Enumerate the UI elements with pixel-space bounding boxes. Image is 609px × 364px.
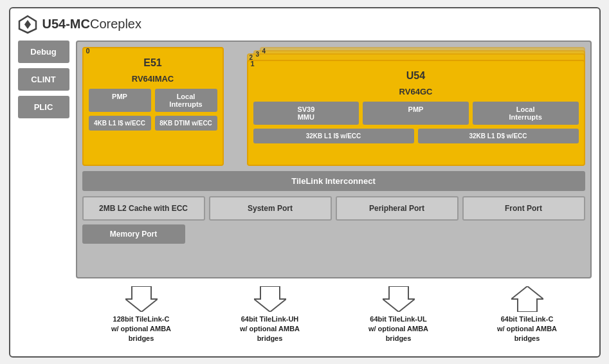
- board: 0 E51 RV64IMAC PMP Local Interrupts 4KB …: [76, 41, 592, 278]
- arrow-up-4: [511, 286, 543, 312]
- tilelink-bar: TileLink Interconnect: [82, 171, 585, 191]
- u54-bottom-row: 32KB L1 I$ w/ECC 32KB L1 D$ w/ECC: [253, 129, 579, 143]
- e51-top-row: PMP Local Interrupts: [89, 89, 217, 112]
- arrow-col-1: 128bit TileLink-C w/ optional AMBA bridg…: [77, 286, 206, 344]
- e51-l1i: 4KB L1 I$ w/ECC: [89, 116, 151, 131]
- e51-pmp: PMP: [89, 89, 151, 112]
- system-port-box: System Port: [209, 196, 332, 221]
- stack-num-3: 3: [256, 51, 260, 58]
- svg-marker-3: [383, 286, 415, 312]
- ports-row: 2MB L2 Cache with ECC System Port Periph…: [82, 196, 585, 221]
- memory-port-row: Memory Port: [82, 224, 585, 244]
- l2-cache-box: 2MB L2 Cache with ECC: [82, 196, 205, 221]
- e51-num: 0: [86, 47, 90, 55]
- header-title: U54-MCCoreplex: [42, 17, 142, 32]
- arrow-down-3: [383, 286, 415, 312]
- e51-local-interrupts: Local Interrupts: [155, 89, 217, 112]
- sidebar-item-clint: CLINT: [18, 68, 69, 91]
- e51-bottom-row: 4KB L1 I$ w/ECC 8KB DTIM w/ECC: [89, 116, 217, 131]
- u54-top-row: SV39 MMU PMP Local Interrupts: [253, 102, 579, 125]
- arrow-col-4: 64bit TileLink-C w/ optional AMBA bridge…: [463, 286, 592, 344]
- logo-icon: [18, 15, 37, 34]
- svg-marker-4: [511, 286, 543, 312]
- u54-l1d: 32KB L1 D$ w/ECC: [418, 129, 579, 143]
- svg-marker-1: [125, 286, 158, 312]
- u54-l1i: 32KB L1 I$ w/ECC: [253, 129, 414, 143]
- sidebar: Debug CLINT PLIC: [18, 41, 69, 278]
- memory-port-box: Memory Port: [82, 224, 185, 244]
- peripheral-port-box: Peripheral Port: [336, 196, 459, 221]
- arrow-label-4: 64bit TileLink-C w/ optional AMBA bridge…: [497, 314, 557, 344]
- arrow-col-2: 64bit TileLink-UH w/ optional AMBA bridg…: [206, 286, 334, 344]
- e51-subtitle: RV64IMAC: [89, 74, 217, 84]
- arrow-down-2: [254, 286, 286, 312]
- svg-marker-2: [254, 286, 286, 312]
- arrow-down-1: [125, 286, 158, 312]
- u54-local-interrupts: Local Interrupts: [473, 102, 579, 125]
- cores-row: 0 E51 RV64IMAC PMP Local Interrupts 4KB …: [82, 47, 585, 166]
- sidebar-item-debug: Debug: [18, 41, 69, 63]
- arrow-label-2: 64bit TileLink-UH w/ optional AMBA bridg…: [240, 314, 300, 344]
- arrow-col-3: 64bit TileLink-UL w/ optional AMBA bridg…: [334, 286, 463, 344]
- sidebar-item-plic: PLIC: [18, 96, 69, 118]
- u54-stack: 4 3 2 1 U54 RV64GC SV39 MMU PMP Local In…: [234, 47, 585, 166]
- arrow-label-1: 128bit TileLink-C w/ optional AMBA bridg…: [111, 314, 171, 344]
- e51-title: E51: [89, 57, 217, 69]
- arrow-label-3: 64bit TileLink-UL w/ optional AMBA bridg…: [368, 314, 428, 344]
- u54-subtitle: RV64GC: [253, 87, 579, 96]
- u54-main-block: 1 U54 RV64GC SV39 MMU PMP Local Interrup…: [247, 60, 585, 166]
- u54-pmp: PMP: [363, 102, 469, 125]
- u54-mmu: SV39 MMU: [253, 102, 359, 125]
- front-port-box: Front Port: [462, 196, 585, 221]
- u54-num: 1: [251, 60, 255, 68]
- u54-title: U54: [253, 70, 579, 82]
- header: U54-MCCoreplex: [18, 15, 592, 34]
- stack-num-4: 4: [262, 48, 266, 55]
- e51-dtim: 8KB DTIM w/ECC: [155, 116, 217, 131]
- e51-block: 0 E51 RV64IMAC PMP Local Interrupts 4KB …: [82, 47, 224, 166]
- diagram-wrapper: U54-MCCoreplex Debug CLINT PLIC 0 E51 RV…: [9, 7, 601, 358]
- arrows-section: 128bit TileLink-C w/ optional AMBA bridg…: [18, 286, 592, 344]
